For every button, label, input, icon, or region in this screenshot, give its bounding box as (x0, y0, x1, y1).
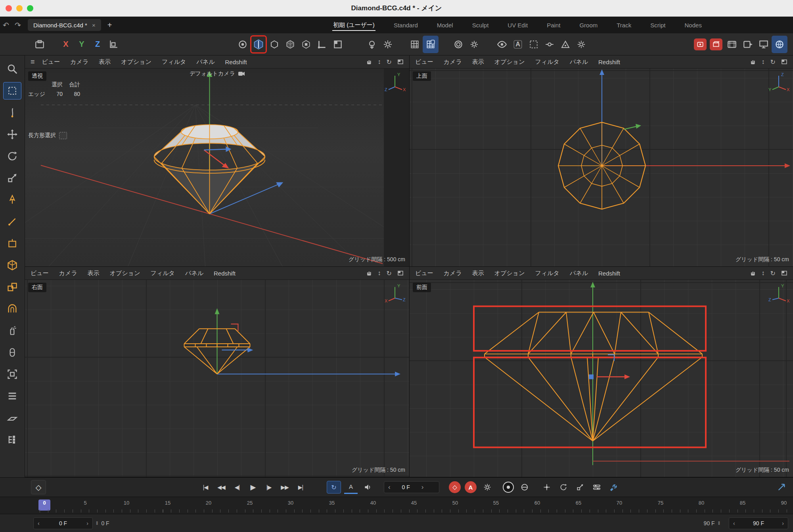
maximize-view-icon[interactable] (397, 59, 404, 65)
layout-item-sculpt[interactable]: Sculpt (471, 18, 490, 32)
close-tab-icon[interactable]: × (92, 22, 96, 29)
orbit-icon[interactable]: ↻ (770, 58, 776, 66)
rectangle-spline-icon[interactable] (3, 235, 21, 252)
menu-options[interactable]: オプション (121, 58, 151, 66)
orbit-icon[interactable]: ↻ (770, 270, 776, 277)
frame-increment-icon[interactable]: › (421, 483, 424, 491)
arch-tool-icon[interactable] (3, 300, 21, 318)
go-to-end-button[interactable]: ▶| (293, 480, 308, 494)
undo-icon[interactable]: ↶ (0, 21, 12, 30)
maximize-view-icon[interactable] (397, 270, 404, 276)
texture-mode-icon[interactable] (298, 36, 314, 53)
brush-selection-icon[interactable] (3, 104, 21, 121)
object-mode-icon[interactable] (282, 36, 298, 53)
rotate-icon[interactable] (3, 147, 21, 165)
timeline-ruler[interactable]: 0 5 10 15 20 25 30 35 40 45 50 55 60 65 … (0, 497, 793, 514)
ruler-tick[interactable]: 90 (781, 500, 787, 506)
lock-y-axis-button[interactable]: Y (74, 36, 90, 53)
coordinates-icon[interactable] (364, 36, 380, 53)
viewport-filter-eye-icon[interactable] (494, 36, 510, 53)
lock-x-axis-button[interactable]: X (58, 36, 74, 53)
scale-icon[interactable] (3, 169, 21, 187)
orbit-icon[interactable]: ↻ (387, 58, 392, 66)
ruler-tick[interactable]: 60 (534, 500, 540, 506)
menu-camera[interactable]: カメラ (70, 58, 88, 66)
viewport-menu-icon[interactable]: ≡ (31, 58, 35, 66)
spray-tool-icon[interactable] (3, 322, 21, 339)
modeling-settings-icon[interactable] (380, 36, 396, 53)
render-region-icon[interactable] (235, 36, 251, 53)
front-canvas[interactable]: 前面 グリッド間隔 : 50 cm Y Z X (410, 280, 793, 477)
autokeying-icon[interactable]: A (465, 481, 477, 493)
top-scene[interactable] (410, 69, 793, 266)
render-view-icon[interactable] (692, 36, 708, 53)
range-start-increment-icon[interactable]: › (86, 520, 88, 526)
record-parameter-icon[interactable] (590, 481, 603, 493)
minimize-window-button[interactable] (16, 5, 23, 11)
snap-grid-icon[interactable] (423, 36, 439, 53)
range-end-decrement-icon[interactable]: ‹ (733, 520, 735, 526)
asset-browser-icon[interactable] (772, 36, 787, 53)
menu-panel[interactable]: パネル (570, 58, 588, 66)
menu-display[interactable]: 表示 (472, 58, 484, 66)
redo-icon[interactable]: ↷ (12, 21, 24, 30)
keying-settings-gear-icon[interactable] (481, 481, 494, 493)
floor-plane-icon[interactable] (3, 409, 21, 427)
workplane-tile-icon[interactable] (330, 36, 346, 53)
selection-filter-icon[interactable] (526, 36, 542, 53)
dolly-icon[interactable]: ↕ (762, 270, 765, 277)
frame-decrement-icon[interactable]: ‹ (388, 483, 391, 491)
rectangle-select-icon[interactable] (59, 132, 67, 139)
layout-item-groom[interactable]: Groom (578, 18, 598, 32)
previous-key-button[interactable]: ◀◀ (213, 480, 229, 494)
layout-item-paint[interactable]: Paint (546, 18, 561, 32)
menu-panel[interactable]: パネル (196, 58, 215, 66)
range-end-increment-icon[interactable]: › (782, 520, 784, 526)
next-frame-button[interactable]: |▶ (261, 480, 277, 494)
pen-icon[interactable] (3, 191, 21, 209)
close-window-button[interactable] (6, 5, 12, 11)
ruler-tick[interactable]: 75 (658, 500, 663, 506)
ruler-tick[interactable]: 55 (493, 500, 499, 506)
isolate-view-icon[interactable] (542, 36, 557, 53)
loop-end-handle-icon[interactable]: ‖ (718, 520, 720, 526)
record-active-objects-icon[interactable]: ◇ (449, 481, 461, 493)
search-icon[interactable] (3, 60, 21, 78)
perspective-scene[interactable] (25, 69, 409, 266)
zoom-window-button[interactable] (27, 5, 33, 11)
range-start-decrement-icon[interactable]: ‹ (38, 520, 40, 526)
menu-display[interactable]: 表示 (88, 270, 100, 277)
ruler-tick[interactable]: 65 (576, 500, 581, 506)
menu-view[interactable]: ビュー (31, 270, 49, 277)
menu-filter[interactable]: フィルタ (151, 270, 175, 277)
knife-icon[interactable] (3, 213, 21, 230)
menu-redshift[interactable]: Redshift (225, 59, 247, 65)
next-key-button[interactable]: ▶▶ (277, 480, 293, 494)
record-keyframe-icon[interactable]: ◇ (31, 480, 46, 494)
record-rotation-icon[interactable] (557, 481, 570, 493)
range-end-spinner[interactable]: ‹ 90 F › (729, 517, 788, 529)
ruler-tick[interactable]: 10 (124, 500, 129, 506)
render-picture-viewer-icon[interactable] (708, 36, 724, 53)
range-end-value[interactable]: 90 F (753, 520, 764, 526)
diamond-perspective[interactable] (154, 124, 265, 214)
right-canvas[interactable]: 右面 グリッド間隔 : 50 cm Y X Z (25, 280, 409, 477)
range-start-value[interactable]: 0 F (59, 520, 67, 526)
sound-icon[interactable] (361, 481, 374, 493)
ruler-tick[interactable]: 80 (699, 500, 704, 506)
ruler-tick[interactable]: 45 (411, 500, 417, 506)
ruler-tick[interactable]: 0 (43, 500, 46, 506)
perspective-canvas[interactable]: 透視 デフォルトカメラ 選択 合計 エッジ 70 80 長方形選択 (25, 69, 409, 266)
record-filter-icon[interactable] (518, 481, 531, 493)
hand-pan-icon[interactable] (366, 59, 372, 65)
range-start-spinner[interactable]: ‹ 0 F › (33, 517, 93, 529)
menu-filter[interactable]: フィルタ (535, 58, 559, 66)
record-position-icon[interactable] (540, 481, 554, 493)
capsule-tool-icon[interactable] (3, 344, 21, 361)
current-frame-spinner[interactable]: ‹ 0 F › (384, 481, 439, 493)
loop-start-handle-icon[interactable]: ‖ (96, 520, 98, 526)
polygon-cube-icon[interactable] (3, 256, 21, 274)
menu-panel[interactable]: パネル (185, 270, 203, 277)
edit-render-settings-icon[interactable] (724, 36, 740, 53)
layout-item-uvedit[interactable]: UV Edit (507, 18, 529, 32)
